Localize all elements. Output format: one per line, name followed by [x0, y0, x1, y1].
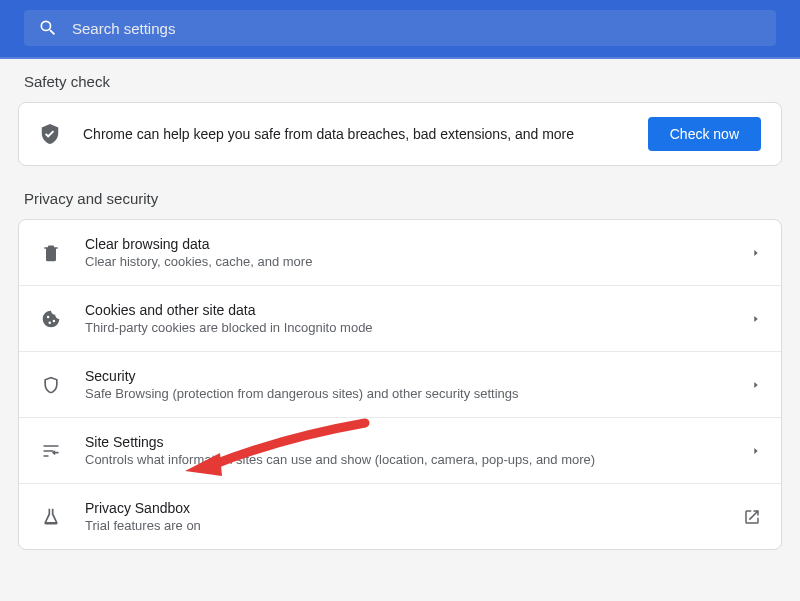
search-placeholder: Search settings — [72, 20, 175, 37]
check-now-button[interactable]: Check now — [648, 117, 761, 151]
item-subtitle: Trial features are on — [85, 518, 743, 533]
shield-check-icon — [39, 123, 63, 145]
search-bar: Search settings — [0, 0, 800, 59]
privacy-security-heading: Privacy and security — [24, 190, 776, 207]
safety-check-card: Chrome can help keep you safe from data … — [18, 102, 782, 166]
item-subtitle: Controls what information sites can use … — [85, 452, 751, 467]
site-settings-item[interactable]: Site Settings Controls what information … — [19, 418, 781, 484]
search-settings-input[interactable]: Search settings — [24, 10, 776, 46]
chevron-right-icon — [751, 446, 761, 456]
item-title: Privacy Sandbox — [85, 500, 743, 516]
search-icon — [38, 18, 58, 38]
clear-browsing-data-item[interactable]: Clear browsing data Clear history, cooki… — [19, 220, 781, 286]
item-title: Security — [85, 368, 751, 384]
item-title: Clear browsing data — [85, 236, 751, 252]
privacy-sandbox-item[interactable]: Privacy Sandbox Trial features are on — [19, 484, 781, 549]
cookies-item[interactable]: Cookies and other site data Third-party … — [19, 286, 781, 352]
chevron-right-icon — [751, 248, 761, 258]
safety-check-heading: Safety check — [24, 73, 776, 90]
chevron-right-icon — [751, 380, 761, 390]
cookie-icon — [39, 309, 63, 329]
chevron-right-icon — [751, 314, 761, 324]
privacy-security-list: Clear browsing data Clear history, cooki… — [18, 219, 782, 550]
trash-icon — [39, 243, 63, 263]
item-subtitle: Third-party cookies are blocked in Incog… — [85, 320, 751, 335]
item-subtitle: Clear history, cookies, cache, and more — [85, 254, 751, 269]
item-subtitle: Safe Browsing (protection from dangerous… — [85, 386, 751, 401]
shield-icon — [39, 375, 63, 395]
security-item[interactable]: Security Safe Browsing (protection from … — [19, 352, 781, 418]
tune-icon — [39, 441, 63, 461]
flask-icon — [39, 507, 63, 527]
safety-check-text: Chrome can help keep you safe from data … — [83, 126, 648, 142]
item-title: Site Settings — [85, 434, 751, 450]
launch-icon — [743, 508, 761, 526]
item-title: Cookies and other site data — [85, 302, 751, 318]
